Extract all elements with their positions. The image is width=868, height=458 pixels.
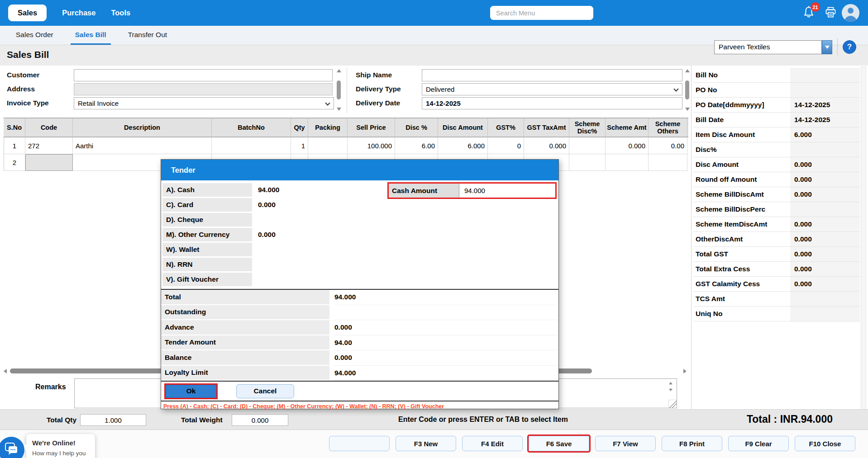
address-label: Address	[7, 85, 35, 93]
scroll-up-icon[interactable]	[337, 69, 341, 72]
col-header: Code	[25, 118, 73, 137]
summary-label: Balance	[161, 350, 329, 366]
cell-sno[interactable]: 2	[4, 154, 25, 171]
print-button[interactable]	[825, 7, 837, 20]
panel-scrollbar-track[interactable]	[861, 66, 866, 423]
notifications-button[interactable]: 21	[802, 5, 815, 21]
summary-value: 0.000	[790, 247, 860, 261]
address-input[interactable]	[74, 83, 333, 95]
summary-row: Scheme BillDiscPerc	[693, 202, 860, 217]
invoice-type-value: Retail Invoice	[78, 99, 119, 107]
menu-tools[interactable]: Tools	[111, 9, 130, 17]
scroll-down-icon[interactable]	[337, 108, 341, 111]
total-qty-input[interactable]	[80, 414, 146, 426]
cell-scheme-disc[interactable]	[569, 154, 606, 171]
cell-gst-taxamt[interactable]: 0.000	[524, 137, 569, 154]
cell-scheme-amt[interactable]: 0.000	[606, 137, 649, 154]
summary-label: OtherDiscAmt	[693, 232, 790, 246]
cell-scheme-amt[interactable]	[606, 154, 649, 171]
summary-label: Uniq No	[693, 307, 790, 321]
summary-value	[790, 202, 860, 217]
scroll-right-icon[interactable]	[683, 369, 687, 373]
company-select[interactable]: Parveen Textiles	[714, 40, 822, 54]
search-input[interactable]	[490, 6, 593, 20]
cell-description[interactable]: Aarthi	[73, 137, 212, 154]
col-header: S.No	[4, 118, 25, 137]
summary-label: Disc%	[693, 142, 790, 157]
summary-label: Item Disc Amount	[693, 127, 790, 142]
delivery-type-select[interactable]: Delivered	[422, 83, 682, 95]
resize-grip-icon[interactable]	[668, 400, 677, 408]
payment-label: C). Card	[162, 198, 252, 212]
tender-summary-row: Total94.000	[161, 290, 558, 305]
ok-button-highlighted[interactable]: Ok	[166, 385, 216, 398]
customer-label: Customer	[7, 71, 39, 79]
summary-value	[790, 307, 860, 321]
tab-sales-order[interactable]: Sales Order	[11, 26, 58, 45]
scroll-thumb[interactable]	[337, 80, 341, 99]
scroll-thumb[interactable]	[685, 80, 689, 99]
customer-input[interactable]	[74, 69, 333, 81]
cell-scheme-others[interactable]: 0.00	[649, 137, 687, 154]
cell-qty[interactable]: 1	[291, 137, 308, 154]
summary-value: 6.000	[790, 127, 860, 142]
cell-disc-amount[interactable]: 6.000	[438, 137, 488, 154]
mid-form-scrollbar[interactable]	[683, 68, 691, 112]
col-header: GST%	[488, 118, 524, 137]
left-form-scrollbar[interactable]	[335, 68, 343, 112]
printer-icon	[825, 12, 837, 19]
person-icon	[842, 15, 859, 22]
payment-label: A). Cash	[162, 183, 252, 197]
summary-value: 0.000	[790, 187, 860, 202]
f7-view-button[interactable]: F7 View	[595, 436, 656, 451]
function-buttons-strip: F3 New F4 Edit F6 Save F7 View F8 Print …	[0, 430, 868, 458]
cell-packing[interactable]	[308, 137, 348, 154]
company-dropdown-button[interactable]	[822, 40, 832, 54]
cell-gst-pct[interactable]: 0	[488, 137, 524, 154]
scroll-down-icon[interactable]	[685, 108, 690, 111]
invoice-type-select[interactable]: Retail Invoice	[74, 97, 334, 109]
cell-scheme-others[interactable]	[649, 154, 687, 171]
ship-name-input[interactable]	[422, 69, 682, 81]
cell-disc-pct[interactable]: 6.00	[395, 137, 438, 154]
summary-label: Scheme ItemDiscAmt	[693, 217, 790, 231]
delivery-date-input[interactable]	[422, 97, 682, 109]
summary-row: Item Disc Amount6.000	[693, 127, 860, 142]
col-header: Sell Price	[348, 118, 395, 137]
f9-clear-button[interactable]: F9 Clear	[728, 436, 789, 451]
summary-value: 0.000	[790, 217, 860, 231]
cell-code[interactable]: 272	[25, 137, 73, 154]
summary-value	[790, 292, 860, 306]
f4-edit-button[interactable]: F4 Edit	[462, 436, 523, 451]
cell-code-focused[interactable]	[25, 154, 73, 171]
tab-sales-bill[interactable]: Sales Bill	[71, 26, 111, 45]
cell-scheme-disc[interactable]	[569, 137, 606, 154]
total-qty-label: Total Qty	[47, 416, 76, 424]
cell-batchno[interactable]	[212, 137, 291, 154]
summary-value: 94.00	[334, 335, 558, 351]
scroll-up-icon[interactable]	[669, 382, 672, 385]
f3-new-button[interactable]: F3 New	[396, 436, 456, 451]
summary-value: 0.000	[334, 320, 558, 335]
summary-row: OtherDiscAmt0.000	[693, 232, 860, 247]
page-title: Sales Bill	[7, 49, 49, 60]
total-weight-input[interactable]	[232, 414, 288, 426]
f6-save-button[interactable]: F6 Save	[529, 436, 589, 451]
chat-greeting-text: How may I help you today?	[32, 450, 89, 458]
cash-amount-input[interactable]	[459, 184, 555, 198]
scroll-up-icon[interactable]	[685, 69, 690, 72]
menu-sales[interactable]: Sales	[8, 5, 47, 21]
blank-button[interactable]	[329, 436, 390, 451]
scroll-left-icon[interactable]	[4, 369, 7, 373]
f8-print-button[interactable]: F8 Print	[662, 436, 722, 451]
cell-sell-price[interactable]: 100.000	[348, 137, 395, 154]
f10-close-button[interactable]: F10 Close	[795, 436, 855, 451]
menu-purchase[interactable]: Purchase	[62, 9, 95, 17]
tab-transfer-out[interactable]: Transfer Out	[124, 26, 172, 45]
user-avatar[interactable]	[842, 4, 859, 22]
scroll-down-icon[interactable]	[669, 389, 672, 392]
summary-label: Round off Amount	[693, 172, 790, 187]
help-button[interactable]: ?	[843, 40, 856, 54]
cancel-button[interactable]: Cancel	[236, 384, 294, 398]
cell-sno[interactable]: 1	[4, 137, 25, 154]
